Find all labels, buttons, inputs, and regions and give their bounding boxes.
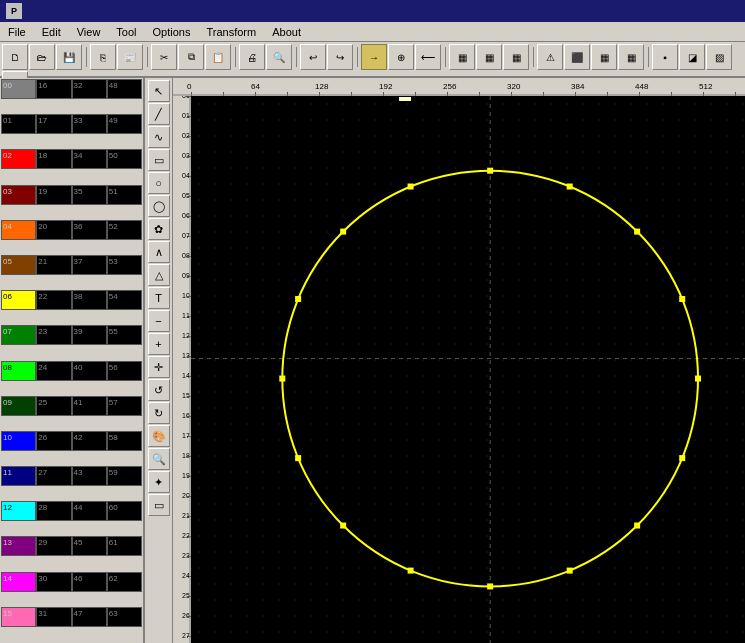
palette-cell-09[interactable]: 09 xyxy=(1,396,36,416)
palette-cell-06[interactable]: 06 xyxy=(1,290,36,310)
palette-cell-36[interactable]: 36 xyxy=(72,220,107,240)
tool-rotate-l[interactable]: ↺ xyxy=(148,379,170,401)
send-circle-btn[interactable]: ⊕ xyxy=(388,44,414,70)
palette-cell-38[interactable]: 38 xyxy=(72,290,107,310)
palette-cell-34[interactable]: 34 xyxy=(72,149,107,169)
small3-btn[interactable]: ▨ xyxy=(706,44,732,70)
palette-cell-08[interactable]: 08 xyxy=(1,361,36,381)
redo-btn[interactable]: ↪ xyxy=(327,44,353,70)
palette-cell-01[interactable]: 01 xyxy=(1,114,36,134)
palette-cell-02[interactable]: 02 xyxy=(1,149,36,169)
undo-btn[interactable]: ↩ xyxy=(300,44,326,70)
small1-btn[interactable]: ▪ xyxy=(652,44,678,70)
menu-item-edit[interactable]: Edit xyxy=(34,22,69,41)
tool-minus[interactable]: − xyxy=(148,310,170,332)
palette-cell-55[interactable]: 55 xyxy=(107,325,142,345)
palette-cell-53[interactable]: 53 xyxy=(107,255,142,275)
tool-move[interactable]: ✛ xyxy=(148,356,170,378)
cut-btn[interactable]: ✂ xyxy=(151,44,177,70)
tool-zigzag[interactable]: ∧ xyxy=(148,241,170,263)
palette-cell-11[interactable]: 11 xyxy=(1,466,36,486)
palette-cell-45[interactable]: 45 xyxy=(72,536,107,556)
tool-rectangle[interactable]: ▭ xyxy=(148,149,170,171)
palette-cell-21[interactable]: 21 xyxy=(36,255,71,275)
black-btn[interactable]: ⬛ xyxy=(564,44,590,70)
menu-item-file[interactable]: File xyxy=(0,22,34,41)
palette-cell-44[interactable]: 44 xyxy=(72,501,107,521)
palette-cell-40[interactable]: 40 xyxy=(72,361,107,381)
palette-cell-42[interactable]: 42 xyxy=(72,431,107,451)
tool-plus[interactable]: + xyxy=(148,333,170,355)
palette-cell-19[interactable]: 19 xyxy=(36,185,71,205)
warn-btn[interactable]: ⚠ xyxy=(537,44,563,70)
tool-colors[interactable]: 🎨 xyxy=(148,425,170,447)
palette-cell-26[interactable]: 26 xyxy=(36,431,71,451)
palette-cell-14[interactable]: 14 xyxy=(1,572,36,592)
menu-item-tool[interactable]: Tool xyxy=(108,22,144,41)
palette-cell-59[interactable]: 59 xyxy=(107,466,142,486)
open-btn[interactable]: 🗁 xyxy=(29,44,55,70)
copy-file-btn[interactable]: ⎘ xyxy=(90,44,116,70)
palette-cell-50[interactable]: 50 xyxy=(107,149,142,169)
tool-select[interactable]: ↖ xyxy=(148,80,170,102)
small2-btn[interactable]: ◪ xyxy=(679,44,705,70)
palette-cell-12[interactable]: 12 xyxy=(1,501,36,521)
menu-item-options[interactable]: Options xyxy=(145,22,199,41)
palette-cell-63[interactable]: 63 xyxy=(107,607,142,627)
palette-cell-32[interactable]: 32 xyxy=(72,79,107,99)
tool-rotate-r[interactable]: ↻ xyxy=(148,402,170,424)
palette-cell-07[interactable]: 07 xyxy=(1,325,36,345)
palette-cell-28[interactable]: 28 xyxy=(36,501,71,521)
palette-cell-16[interactable]: 16 xyxy=(36,79,71,99)
palette-cell-20[interactable]: 20 xyxy=(36,220,71,240)
palette-cell-56[interactable]: 56 xyxy=(107,361,142,381)
paste-btn[interactable]: 📋 xyxy=(205,44,231,70)
tool-ellipse[interactable]: ◯ xyxy=(148,195,170,217)
paste-file-btn[interactable]: 📰 xyxy=(117,44,143,70)
palette-cell-18[interactable]: 18 xyxy=(36,149,71,169)
save-btn[interactable]: 💾 xyxy=(56,44,82,70)
palette-cell-41[interactable]: 41 xyxy=(72,396,107,416)
palette-cell-39[interactable]: 39 xyxy=(72,325,107,345)
palette-cell-22[interactable]: 22 xyxy=(36,290,71,310)
copy-btn[interactable]: ⧉ xyxy=(178,44,204,70)
palette-cell-49[interactable]: 49 xyxy=(107,114,142,134)
palette-cell-60[interactable]: 60 xyxy=(107,501,142,521)
palette-cell-00[interactable]: 00 xyxy=(1,79,36,99)
palette-cell-03[interactable]: 03 xyxy=(1,185,36,205)
palette-cell-15[interactable]: 15 xyxy=(1,607,36,627)
grid2-btn[interactable]: ▦ xyxy=(476,44,502,70)
arrow-btn[interactable]: → xyxy=(361,44,387,70)
palette-cell-54[interactable]: 54 xyxy=(107,290,142,310)
palette-cell-43[interactable]: 43 xyxy=(72,466,107,486)
tool-unknown[interactable]: ✦ xyxy=(148,471,170,493)
palette-cell-27[interactable]: 27 xyxy=(36,466,71,486)
palette-cell-10[interactable]: 10 xyxy=(1,431,36,451)
palette-cell-51[interactable]: 51 xyxy=(107,185,142,205)
tool-rect2[interactable]: ▭ xyxy=(148,494,170,516)
main-canvas[interactable] xyxy=(191,96,745,643)
palette-cell-46[interactable]: 46 xyxy=(72,572,107,592)
palette-cell-62[interactable]: 62 xyxy=(107,572,142,592)
grid3-btn[interactable]: ▦ xyxy=(503,44,529,70)
palette-cell-04[interactable]: 04 xyxy=(1,220,36,240)
grid5-btn[interactable]: ▦ xyxy=(618,44,644,70)
new-btn[interactable]: 🗋 xyxy=(2,44,28,70)
tool-circle[interactable]: ○ xyxy=(148,172,170,194)
palette-cell-33[interactable]: 33 xyxy=(72,114,107,134)
print-btn[interactable]: 🖨 xyxy=(239,44,265,70)
palette-cell-24[interactable]: 24 xyxy=(36,361,71,381)
palette-cell-37[interactable]: 37 xyxy=(72,255,107,275)
menu-item-view[interactable]: View xyxy=(69,22,109,41)
palette-cell-30[interactable]: 30 xyxy=(36,572,71,592)
palette-cell-47[interactable]: 47 xyxy=(72,607,107,627)
palette-cell-58[interactable]: 58 xyxy=(107,431,142,451)
palette-cell-29[interactable]: 29 xyxy=(36,536,71,556)
tool-freehand[interactable]: ✿ xyxy=(148,218,170,240)
tool-line[interactable]: ╱ xyxy=(148,103,170,125)
menu-item-about[interactable]: About xyxy=(264,22,309,41)
back-btn[interactable]: ⟵ xyxy=(415,44,441,70)
palette-cell-35[interactable]: 35 xyxy=(72,185,107,205)
palette-cell-31[interactable]: 31 xyxy=(36,607,71,627)
tool-zoom[interactable]: 🔍 xyxy=(148,448,170,470)
